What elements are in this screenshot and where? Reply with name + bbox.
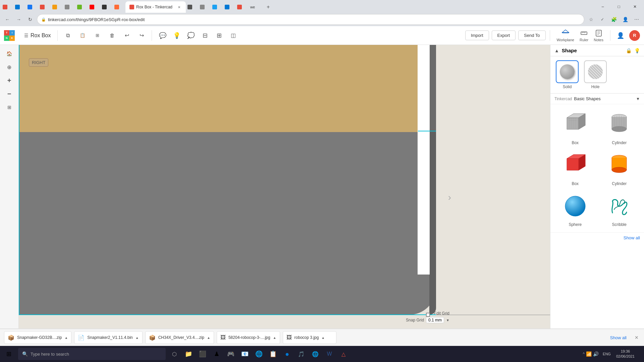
zoom-out-btn[interactable]: −	[3, 88, 15, 100]
extensions-btn[interactable]: 🧩	[609, 15, 619, 24]
bookmark-btn[interactable]: ☆	[586, 15, 596, 24]
close-btn[interactable]: ✕	[627, 1, 643, 13]
taskview-btn[interactable]: ⬡	[168, 347, 181, 361]
home-btn[interactable]: 🏠	[3, 48, 15, 60]
duplicate-btn[interactable]: ⊞	[91, 29, 103, 42]
download-arrow-3[interactable]: ▲	[207, 336, 210, 340]
show-all-downloads-btn[interactable]: Show all	[606, 335, 631, 340]
redo-btn[interactable]: ↪	[136, 29, 148, 42]
download-arrow-5[interactable]: ▲	[321, 336, 325, 340]
shape-panel-collapse-btn[interactable]: ▲	[554, 48, 559, 53]
sendto-btn[interactable]: Send To	[518, 31, 545, 40]
tab-close-btn[interactable]: ✕	[176, 4, 182, 10]
shape-item-sphere-blue[interactable]: Sphere	[554, 190, 596, 228]
add-user-btn[interactable]: 👤	[614, 29, 627, 42]
snap-grid-dropdown[interactable]: ▼	[446, 318, 449, 322]
browser-tab[interactable]	[63, 1, 75, 13]
browser-tab[interactable]	[223, 1, 235, 13]
browser-tab[interactable]	[39, 1, 51, 13]
back-btn[interactable]: ←	[3, 15, 12, 24]
shapes-source-dropdown-icon[interactable]: ▼	[636, 97, 640, 101]
paste-btn[interactable]: 📋	[76, 29, 89, 42]
shape-panel-lock-btn[interactable]: 🔒	[626, 48, 632, 53]
taskbar-browser-btn[interactable]: 🌐	[252, 347, 266, 361]
taskbar-game-btn[interactable]: 🎮	[224, 347, 237, 361]
download-arrow-4[interactable]: ▲	[273, 336, 276, 340]
taskbar-autocad-btn[interactable]: △	[337, 347, 350, 361]
download-arrow-2[interactable]: ▲	[136, 336, 139, 340]
download-item-1[interactable]: 📦 Snapmaker-GD32B....zip ▲	[4, 331, 71, 344]
speech-btn[interactable]: 💭	[184, 29, 198, 42]
hint-btn[interactable]: 💡	[170, 29, 183, 42]
shape-item-cylinder-orange[interactable]: Cylinder	[599, 149, 640, 187]
shape-item-box-gray[interactable]: Box	[554, 108, 596, 146]
profile-btn[interactable]: 👤	[621, 15, 630, 24]
start-btn[interactable]: ⊞	[1, 347, 16, 361]
refresh-btn[interactable]: ↻	[25, 15, 35, 24]
taskbar-search-box[interactable]: 🔍 Type here to search	[18, 348, 166, 360]
fit-view-btn[interactable]: ⊕	[3, 61, 15, 73]
taskbar-chess-btn[interactable]: ♟	[210, 347, 223, 361]
taskbar-word-btn[interactable]: W	[323, 347, 336, 361]
align-tool-btn[interactable]: ⊞	[212, 29, 226, 42]
export-btn[interactable]: Export	[492, 31, 516, 40]
browser-tab-active[interactable]: Rox Box - Tinkercad ✕	[125, 1, 186, 13]
maximize-btn[interactable]: □	[611, 1, 627, 13]
browser-tab[interactable]	[113, 1, 125, 13]
browser-tab[interactable]	[101, 1, 113, 13]
zoom-in-btn[interactable]: +	[3, 74, 15, 86]
delete-btn[interactable]: 🗑	[106, 29, 118, 42]
mirror-tool-btn[interactable]: ◫	[226, 29, 240, 42]
workplane-btn[interactable]: Workplane	[554, 28, 577, 43]
copy-btn[interactable]: ⧉	[62, 29, 74, 42]
iso-btn[interactable]: ⊞	[3, 101, 15, 113]
new-tab-btn[interactable]: +	[265, 1, 275, 13]
hole-btn[interactable]: Hole	[584, 60, 607, 89]
selection-handle[interactable]	[426, 313, 430, 317]
viewport-nav-arrow[interactable]: ›	[448, 192, 451, 203]
taskbar-clock[interactable]: 19:36 02/06/2021	[613, 349, 637, 359]
shapes-source-select[interactable]: Basic Shapes	[574, 96, 636, 101]
browser-tab[interactable]: we	[248, 1, 264, 13]
download-item-2[interactable]: 📄 Snapmaker2_V1.11.4.bin ▲	[74, 331, 142, 344]
browser-tab[interactable]	[76, 1, 88, 13]
downloads-close-btn[interactable]: ✕	[633, 334, 640, 342]
menu-btn[interactable]: ⋯	[632, 15, 641, 24]
taskbar-explorer-btn[interactable]: 📁	[182, 347, 195, 361]
browser-tab[interactable]	[199, 1, 211, 13]
user-avatar[interactable]: R	[629, 30, 640, 41]
undo-btn[interactable]: ↩	[121, 29, 133, 42]
taskbar-store-btn[interactable]: ⬛	[196, 347, 209, 361]
project-name-btn[interactable]: ☰ Rox Box	[21, 31, 53, 40]
browser-tab[interactable]	[1, 1, 13, 13]
snap-grid-value[interactable]: 0.1 mm	[426, 317, 444, 323]
shape-item-cylinder-gray[interactable]: Cylinder	[599, 108, 640, 146]
download-item-4[interactable]: 🖼 58204-robocop-3-....jpg ▲	[217, 331, 280, 344]
shape-item-scribble-teal[interactable]: Scribble	[599, 190, 640, 228]
import-btn[interactable]: Import	[465, 31, 489, 40]
notes-btn[interactable]: Notes	[591, 28, 606, 43]
solid-btn[interactable]: Solid	[556, 60, 579, 89]
shape-panel-hint-btn[interactable]: 💡	[634, 48, 640, 53]
browser-tab[interactable]	[88, 1, 100, 13]
canvas-area[interactable]: RIGHT › Edit Grid Snap Grid 0.1 mm ▼	[19, 45, 550, 350]
browser-tab[interactable]	[236, 1, 248, 13]
taskbar-circle-btn[interactable]: ●	[280, 347, 294, 361]
taskbar-lang[interactable]: ENG	[601, 352, 613, 356]
show-all-btn[interactable]: Show all	[624, 235, 640, 240]
browser-tab[interactable]	[186, 1, 198, 13]
address-bar[interactable]: 🔒 tinkercad.com/things/9FBOR1eSGpR-rox-b…	[37, 14, 584, 25]
download-item-3[interactable]: 📦 CH34X_Driver_V3.4....zip ▲	[145, 331, 214, 344]
ruler-btn[interactable]: Ruler	[577, 28, 591, 43]
download-item-5[interactable]: 🖼 robocop 3.jpg ▲	[283, 331, 336, 344]
group-tool-btn[interactable]: ⊟	[198, 29, 212, 42]
browser-tab[interactable]	[26, 1, 38, 13]
taskbar-spotify-btn[interactable]: 🎵	[294, 347, 308, 361]
browser-tab[interactable]	[14, 1, 26, 13]
forward-btn[interactable]: →	[14, 15, 23, 24]
browser-tab[interactable]	[51, 1, 63, 13]
taskbar-edge-btn[interactable]: 🌐	[309, 347, 322, 361]
show-desktop-btn[interactable]	[639, 347, 643, 361]
shape-item-box-red[interactable]: Box	[554, 149, 596, 187]
taskbar-mail-btn[interactable]: 📧	[238, 347, 252, 361]
